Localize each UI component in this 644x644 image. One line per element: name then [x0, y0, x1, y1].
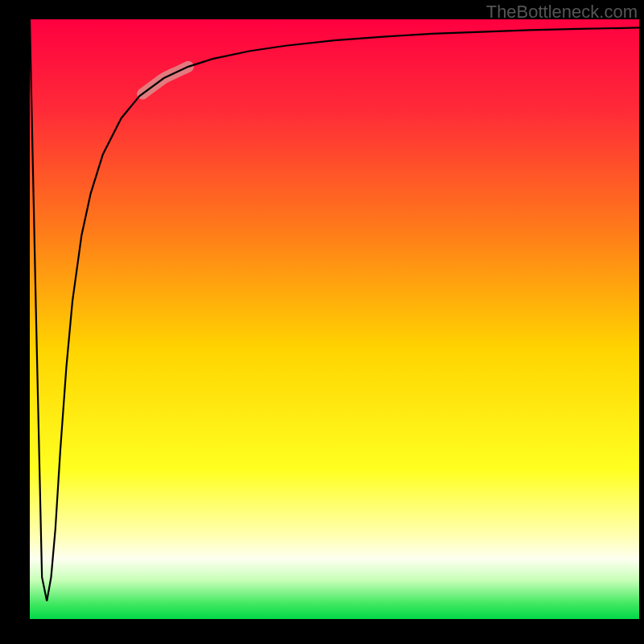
- plot-area: [30, 19, 639, 619]
- watermark-text: TheBottleneck.com: [486, 2, 638, 23]
- bottleneck-curve: [30, 19, 639, 601]
- chart-root: TheBottleneck.com: [0, 0, 644, 644]
- curve-layer: [30, 19, 639, 619]
